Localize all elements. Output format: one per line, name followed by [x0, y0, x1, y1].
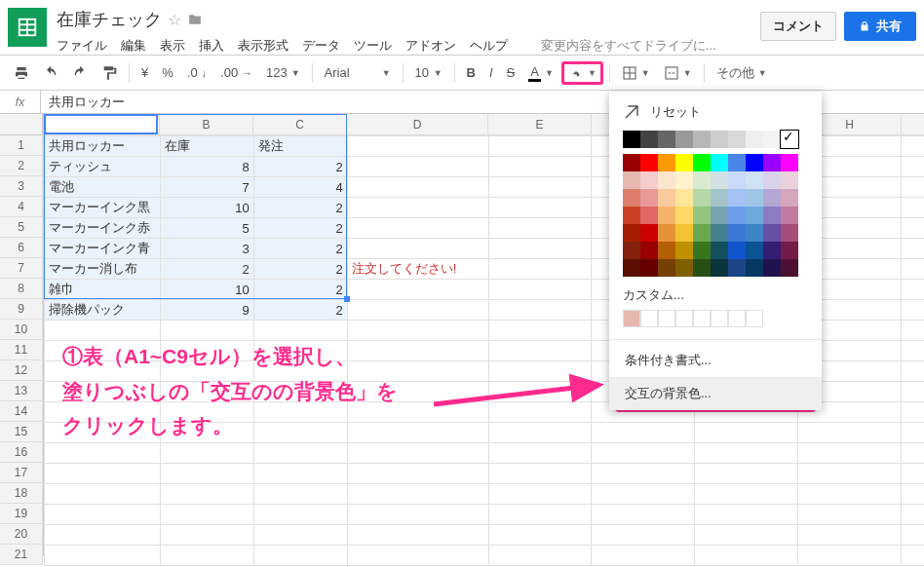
cell-E11[interactable]: [488, 341, 592, 361]
cell-G16[interactable]: [695, 443, 798, 464]
cell-A7[interactable]: マーカー消し布: [45, 259, 161, 280]
row-header-2[interactable]: 2: [0, 156, 43, 176]
cell-F21[interactable]: [592, 546, 695, 566]
menu-file[interactable]: ファイル: [57, 37, 107, 55]
fx-icon[interactable]: fx: [0, 91, 41, 113]
col-header-A[interactable]: A: [44, 114, 160, 135]
cell-C17[interactable]: [253, 464, 347, 484]
sheets-logo[interactable]: [8, 8, 47, 47]
swatch[interactable]: [658, 224, 675, 242]
cell-A6[interactable]: マーカーインク青: [45, 239, 161, 259]
swatch[interactable]: [746, 242, 763, 259]
row-header-20[interactable]: 20: [0, 524, 43, 545]
folder-icon[interactable]: [187, 13, 203, 26]
swatch[interactable]: [728, 189, 746, 207]
cell-H16[interactable]: [798, 443, 902, 464]
comment-button[interactable]: コメント: [760, 12, 836, 41]
swatch[interactable]: [746, 154, 763, 171]
cell-D18[interactable]: [347, 484, 488, 505]
cell-H15[interactable]: [798, 423, 902, 443]
swatch[interactable]: [675, 131, 693, 148]
reset-option[interactable]: リセット: [609, 99, 822, 131]
swatch[interactable]: [675, 171, 693, 189]
swatch[interactable]: [728, 242, 746, 259]
cell-A17[interactable]: [45, 464, 161, 484]
cell-E19[interactable]: [488, 505, 592, 525]
swatch[interactable]: [711, 242, 728, 259]
row-header-4[interactable]: 4: [0, 197, 43, 217]
italic-button[interactable]: I: [483, 61, 499, 84]
cell-G19[interactable]: [695, 505, 798, 525]
cell-C20[interactable]: [253, 525, 347, 546]
more-button[interactable]: その他▼: [711, 60, 773, 86]
swatch[interactable]: [781, 154, 798, 171]
swatch[interactable]: [746, 171, 763, 189]
swatch[interactable]: [658, 259, 675, 277]
swatch[interactable]: [693, 154, 711, 171]
cell-F15[interactable]: [592, 423, 695, 443]
swatch[interactable]: [728, 259, 746, 277]
cell-D6[interactable]: [347, 239, 488, 259]
menu-format[interactable]: 表示形式: [238, 37, 289, 55]
cell-B6[interactable]: 3: [160, 239, 253, 259]
cell-D1[interactable]: [347, 136, 488, 157]
cell-G21[interactable]: [695, 546, 798, 566]
doc-title[interactable]: 在庫チェック: [57, 8, 162, 31]
swatch[interactable]: [728, 207, 746, 224]
cell-E8[interactable]: [488, 280, 592, 300]
swatch[interactable]: [658, 189, 675, 207]
swatch[interactable]: [693, 224, 711, 242]
swatch[interactable]: [763, 154, 781, 171]
menu-insert[interactable]: 挿入: [199, 37, 224, 55]
cell-F16[interactable]: [592, 443, 695, 464]
swatch[interactable]: [763, 259, 781, 277]
swatch[interactable]: [711, 189, 728, 207]
custom-swatch[interactable]: [623, 310, 640, 327]
cell-B1[interactable]: 在庫: [160, 136, 253, 157]
swatch[interactable]: [728, 171, 746, 189]
swatch[interactable]: [711, 131, 728, 148]
menu-tools[interactable]: ツール: [354, 37, 392, 55]
cell-I1[interactable]: [902, 136, 924, 157]
cell-I4[interactable]: [902, 198, 924, 218]
menu-help[interactable]: ヘルプ: [470, 37, 508, 55]
menu-edit[interactable]: 編集: [121, 37, 146, 55]
swatch[interactable]: [781, 259, 798, 277]
cell-I8[interactable]: [902, 280, 924, 300]
share-button[interactable]: 共有: [844, 12, 916, 41]
menu-view[interactable]: 表示: [160, 37, 185, 55]
cell-B5[interactable]: 5: [160, 218, 253, 239]
font-size[interactable]: 10▼: [409, 61, 448, 84]
swatch[interactable]: [623, 154, 640, 171]
cell-I5[interactable]: [902, 218, 924, 239]
cell-C2[interactable]: 2: [253, 157, 347, 177]
swatch[interactable]: [781, 131, 798, 148]
swatch[interactable]: [711, 259, 728, 277]
swatch[interactable]: [623, 207, 640, 224]
swatch[interactable]: [746, 259, 763, 277]
swatch[interactable]: [728, 154, 746, 171]
swatch[interactable]: [693, 207, 711, 224]
swatch[interactable]: [658, 131, 675, 148]
row-header-5[interactable]: 5: [0, 217, 43, 238]
swatch[interactable]: [623, 171, 640, 189]
cell-C10[interactable]: [253, 321, 347, 341]
col-header-C[interactable]: C: [253, 114, 347, 135]
cell-E4[interactable]: [488, 198, 592, 218]
cell-F19[interactable]: [592, 505, 695, 525]
custom-swatch[interactable]: [640, 310, 658, 327]
custom-swatch[interactable]: [746, 310, 763, 327]
custom-swatch[interactable]: [711, 310, 728, 327]
cell-I9[interactable]: [902, 300, 924, 321]
cell-H18[interactable]: [798, 484, 902, 505]
dec-increase-button[interactable]: .00→: [214, 61, 258, 84]
cell-F18[interactable]: [592, 484, 695, 505]
paint-format-icon[interactable]: [96, 61, 123, 85]
swatch[interactable]: [623, 224, 640, 242]
cell-E21[interactable]: [488, 546, 592, 566]
row-header-21[interactable]: 21: [0, 545, 43, 565]
col-header-D[interactable]: D: [347, 114, 488, 135]
cell-B18[interactable]: [160, 484, 253, 505]
cell-D16[interactable]: [347, 443, 488, 464]
row-header-17[interactable]: 17: [0, 463, 43, 483]
